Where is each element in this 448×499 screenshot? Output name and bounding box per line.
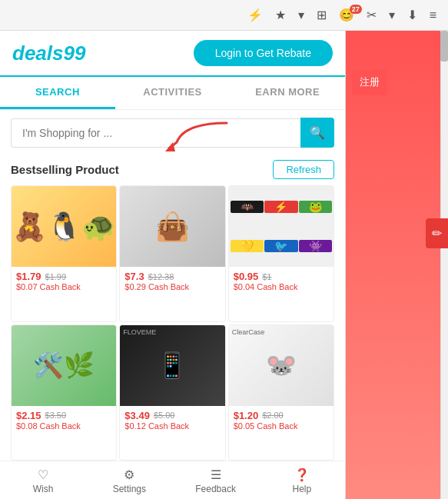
sidebar-feedback-icon[interactable]: ✏ — [426, 218, 448, 248]
original-price: $3.50 — [45, 411, 67, 420]
price-line: $0.95 $1 — [234, 271, 329, 282]
price-line: $3.49 $5.00 — [124, 410, 220, 421]
feedback-label: Feedback — [195, 484, 236, 494]
toolbar-icons: ⚡ ★ ▾ ⊞ 😊 27 ✂ ▾ ⬇ ≡ — [244, 6, 440, 24]
original-price: $2.00 — [262, 411, 284, 420]
price-line: $7.3 $12.38 — [124, 271, 220, 282]
tabs: SEARCH ACTIVITIES EARN MORE — [0, 77, 345, 110]
store-label: FLOVEME — [123, 328, 156, 336]
product-image: 🦇 ⚡ 🐸 💛 🐦 👾 — [229, 186, 334, 267]
lightning-icon[interactable]: ⚡ — [244, 6, 267, 24]
wish-label: Wish — [33, 484, 54, 494]
settings-icon: ⚙ — [124, 467, 134, 482]
dropdown-icon[interactable]: ▾ — [294, 6, 308, 24]
refresh-button[interactable]: Refresh — [273, 160, 334, 179]
product-card[interactable]: 🛠️🌿 $2.15 $3.50 $0.08 Cash Back — [11, 324, 117, 461]
star-icon[interactable]: ★ — [271, 6, 290, 24]
nav-item-feedback[interactable]: ☰ Feedback — [173, 467, 259, 494]
windows-icon[interactable]: ⊞ — [313, 6, 330, 24]
original-price: $1 — [262, 272, 271, 281]
product-price-area: $2.15 $3.50 $0.08 Cash Back — [12, 406, 116, 434]
product-card[interactable]: 🦇 ⚡ 🐸 💛 🐦 👾 $0.95 $1 $0.04 Cash Back — [228, 185, 334, 322]
price-line: $1.20 $2.00 — [234, 410, 329, 421]
feedback-icon: ☰ — [211, 467, 221, 482]
original-price: $12.38 — [148, 272, 174, 281]
bottom-nav: ♡ Wish ⚙ Settings ☰ Feedback ❓ Help — [0, 461, 345, 499]
product-card[interactable]: 👜 安z.com $7.3 $12.38 $0.29 Cash Back — [119, 185, 225, 322]
product-price-area: $1.79 $1.99 $0.07 Cash Back — [12, 267, 116, 295]
login-button[interactable]: Login to Get Rebate — [194, 40, 333, 66]
cashback-line: $0.05 Cash Back — [234, 421, 329, 431]
original-price: $1.99 — [45, 272, 67, 281]
product-card[interactable]: 📱 FLOVEME $3.49 $5.00 $0.12 Cash Back — [119, 324, 225, 461]
main-wrapper: deals99 Login to Get Rebate SEARCH ACTIV… — [0, 31, 448, 499]
search-icon: 🔍 — [310, 126, 325, 139]
product-card[interactable]: 🧸🐧🐢 $1.79 $1.99 $0.07 Cash Back — [11, 185, 117, 322]
current-price: $1.20 — [234, 410, 259, 421]
product-image: 📱 FLOVEME — [120, 325, 224, 406]
bestselling-title: Bestselling Product — [11, 163, 119, 176]
badge-count: 27 — [350, 5, 362, 14]
original-price: $5.00 — [154, 411, 175, 420]
search-input[interactable] — [11, 118, 300, 148]
menu-icon[interactable]: ≡ — [426, 7, 440, 24]
current-price: $2.15 — [16, 410, 41, 421]
tab-search[interactable]: SEARCH — [0, 77, 115, 109]
scissors-icon[interactable]: ✂ — [363, 6, 380, 24]
current-price: $3.49 — [124, 410, 150, 421]
dropdown2-icon[interactable]: ▾ — [385, 6, 399, 24]
product-price-area: $0.95 $1 $0.04 Cash Back — [229, 267, 334, 295]
popup-header: deals99 Login to Get Rebate — [0, 31, 345, 77]
current-price: $1.79 — [16, 271, 41, 282]
cashback-line: $0.07 Cash Back — [16, 282, 111, 291]
tab-earn-more[interactable]: EARN MORE — [230, 77, 345, 109]
wish-icon: ♡ — [38, 467, 48, 482]
nav-item-wish[interactable]: ♡ Wish — [0, 467, 86, 494]
bestselling-header: Bestselling Product Refresh — [0, 155, 345, 185]
price-line: $1.79 $1.99 — [16, 271, 111, 282]
scroll-thumb[interactable] — [440, 31, 448, 62]
search-button[interactable]: 🔍 — [300, 118, 334, 148]
product-grid: 🧸🐧🐢 $1.79 $1.99 $0.07 Cash Back 👜 安z.com — [0, 185, 345, 461]
cashback-line: $0.08 Cash Back — [16, 421, 111, 431]
right-sidebar: 注册 ✏ — [346, 31, 448, 499]
product-image: 👜 安z.com — [120, 186, 224, 267]
product-image: 🐭 ClearCase — [229, 325, 334, 406]
product-image: 🛠️🌿 — [12, 325, 116, 406]
product-price-area: $7.3 $12.38 $0.29 Cash Back — [120, 267, 224, 295]
store-label: ClearCase — [232, 328, 265, 336]
tab-activities[interactable]: ACTIVITIES — [115, 77, 231, 109]
current-price: $0.95 — [234, 271, 259, 282]
search-bar-container: 🔍 — [0, 110, 345, 155]
badge-icon-wrapper: 😊 27 — [335, 8, 358, 22]
price-line: $2.15 $3.50 — [16, 410, 111, 421]
nav-item-settings[interactable]: ⚙ Settings — [86, 467, 172, 494]
settings-label: Settings — [113, 484, 146, 494]
cashback-line: $0.12 Cash Back — [124, 421, 220, 431]
register-button[interactable]: 注册 — [352, 69, 387, 95]
help-icon: ❓ — [294, 467, 310, 482]
cashback-line: $0.04 Cash Back — [234, 282, 329, 291]
help-label: Help — [293, 484, 312, 494]
scrollbar[interactable] — [440, 31, 448, 499]
download-icon[interactable]: ⬇ — [403, 6, 421, 24]
product-image: 🧸🐧🐢 — [12, 186, 116, 267]
extension-popup: deals99 Login to Get Rebate SEARCH ACTIV… — [0, 31, 346, 499]
browser-chrome: ⚡ ★ ▾ ⊞ 😊 27 ✂ ▾ ⬇ ≡ — [0, 0, 448, 31]
cashback-line: $0.29 Cash Back — [124, 282, 220, 291]
current-price: $7.3 — [124, 271, 144, 282]
product-card[interactable]: 🐭 ClearCase $1.20 $2.00 $0.05 Cash Back — [228, 324, 334, 461]
product-price-area: $3.49 $5.00 $0.12 Cash Back — [120, 406, 224, 434]
nav-item-help[interactable]: ❓ Help — [259, 467, 345, 494]
product-price-area: $1.20 $2.00 $0.05 Cash Back — [229, 406, 334, 434]
logo: deals99 — [12, 42, 85, 65]
